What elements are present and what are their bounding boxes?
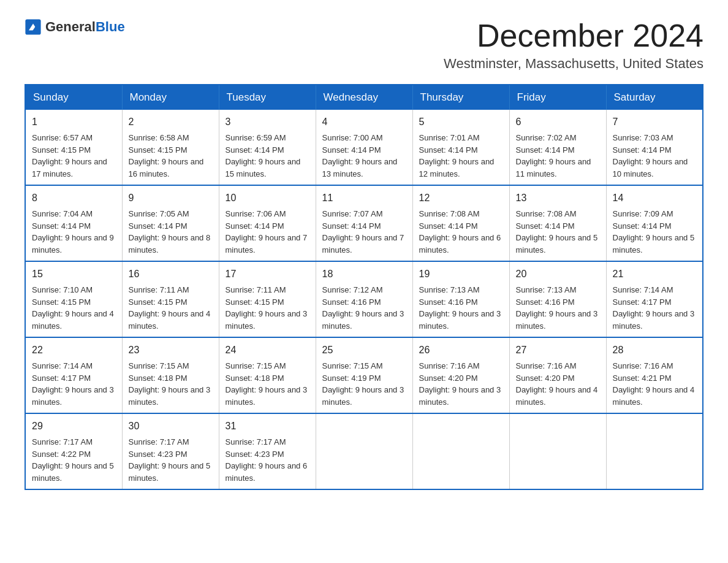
day-cell: 3Sunrise: 6:59 AMSunset: 4:14 PMDaylight… xyxy=(219,110,316,185)
calendar-body: 1Sunrise: 6:57 AMSunset: 4:15 PMDaylight… xyxy=(25,110,703,489)
day-cell: 6Sunrise: 7:02 AMSunset: 4:14 PMDaylight… xyxy=(509,110,606,185)
day-cell: 26Sunrise: 7:16 AMSunset: 4:20 PMDayligh… xyxy=(412,337,509,413)
day-cell: 8Sunrise: 7:04 AMSunset: 4:14 PMDaylight… xyxy=(25,185,122,261)
day-number: 9 xyxy=(129,191,213,205)
day-info: Sunrise: 7:04 AMSunset: 4:14 PMDaylight:… xyxy=(32,209,114,255)
day-cell: 10Sunrise: 7:06 AMSunset: 4:14 PMDayligh… xyxy=(219,185,316,261)
day-info: Sunrise: 6:58 AMSunset: 4:15 PMDaylight:… xyxy=(129,133,204,178)
day-info: Sunrise: 7:11 AMSunset: 4:15 PMDaylight:… xyxy=(129,285,211,331)
day-number: 27 xyxy=(516,343,600,358)
day-info: Sunrise: 7:14 AMSunset: 4:17 PMDaylight:… xyxy=(613,285,695,331)
day-header-friday: Friday xyxy=(509,85,606,110)
day-cell: 29Sunrise: 7:17 AMSunset: 4:22 PMDayligh… xyxy=(25,413,122,489)
day-cell xyxy=(412,413,509,489)
day-number: 5 xyxy=(419,115,503,129)
month-title: December 2024 xyxy=(444,18,703,53)
calendar-table: SundayMondayTuesdayWednesdayThursdayFrid… xyxy=(25,84,703,490)
day-cell: 22Sunrise: 7:14 AMSunset: 4:17 PMDayligh… xyxy=(25,337,122,413)
day-header-tuesday: Tuesday xyxy=(219,85,316,110)
title-block: December 2024 Westminster, Massachusetts… xyxy=(444,18,703,72)
week-row-4: 22Sunrise: 7:14 AMSunset: 4:17 PMDayligh… xyxy=(25,337,703,413)
day-info: Sunrise: 7:10 AMSunset: 4:15 PMDaylight:… xyxy=(32,285,114,331)
week-row-3: 15Sunrise: 7:10 AMSunset: 4:15 PMDayligh… xyxy=(25,261,703,337)
day-cell: 30Sunrise: 7:17 AMSunset: 4:23 PMDayligh… xyxy=(122,413,219,489)
day-number: 22 xyxy=(32,343,116,358)
day-header-sunday: Sunday xyxy=(25,85,122,110)
day-info: Sunrise: 7:15 AMSunset: 4:19 PMDaylight:… xyxy=(322,361,404,407)
day-number: 3 xyxy=(226,115,309,129)
day-number: 7 xyxy=(613,115,697,129)
day-number: 14 xyxy=(613,191,697,205)
day-number: 16 xyxy=(129,267,213,282)
day-number: 23 xyxy=(129,343,213,358)
day-cell: 19Sunrise: 7:13 AMSunset: 4:16 PMDayligh… xyxy=(412,261,509,337)
day-cell: 12Sunrise: 7:08 AMSunset: 4:14 PMDayligh… xyxy=(412,185,509,261)
day-number: 29 xyxy=(32,419,116,434)
day-cell: 18Sunrise: 7:12 AMSunset: 4:16 PMDayligh… xyxy=(316,261,412,337)
day-cell: 11Sunrise: 7:07 AMSunset: 4:14 PMDayligh… xyxy=(316,185,412,261)
week-row-2: 8Sunrise: 7:04 AMSunset: 4:14 PMDaylight… xyxy=(25,185,703,261)
day-number: 31 xyxy=(226,419,309,434)
day-header-monday: Monday xyxy=(122,85,219,110)
day-number: 28 xyxy=(613,343,697,358)
page-header: GeneralBlue December 2024 Westminster, M… xyxy=(25,18,703,72)
day-info: Sunrise: 7:06 AMSunset: 4:14 PMDaylight:… xyxy=(226,209,308,255)
day-number: 19 xyxy=(419,267,503,282)
day-number: 24 xyxy=(226,343,309,358)
day-info: Sunrise: 7:16 AMSunset: 4:20 PMDaylight:… xyxy=(516,361,598,407)
day-info: Sunrise: 7:17 AMSunset: 4:23 PMDaylight:… xyxy=(129,437,211,483)
day-info: Sunrise: 7:11 AMSunset: 4:15 PMDaylight:… xyxy=(226,285,308,331)
day-cell xyxy=(606,413,703,489)
day-info: Sunrise: 7:14 AMSunset: 4:17 PMDaylight:… xyxy=(32,361,114,407)
calendar-header: SundayMondayTuesdayWednesdayThursdayFrid… xyxy=(25,85,703,110)
day-cell: 9Sunrise: 7:05 AMSunset: 4:14 PMDaylight… xyxy=(122,185,219,261)
logo: GeneralBlue xyxy=(25,18,125,36)
week-row-5: 29Sunrise: 7:17 AMSunset: 4:22 PMDayligh… xyxy=(25,413,703,489)
day-cell: 23Sunrise: 7:15 AMSunset: 4:18 PMDayligh… xyxy=(122,337,219,413)
day-info: Sunrise: 7:15 AMSunset: 4:18 PMDaylight:… xyxy=(129,361,211,407)
day-info: Sunrise: 7:03 AMSunset: 4:14 PMDaylight:… xyxy=(613,133,688,178)
day-cell xyxy=(316,413,412,489)
day-info: Sunrise: 7:07 AMSunset: 4:14 PMDaylight:… xyxy=(322,209,404,255)
day-info: Sunrise: 7:02 AMSunset: 4:14 PMDaylight:… xyxy=(516,133,591,178)
day-info: Sunrise: 7:17 AMSunset: 4:23 PMDaylight:… xyxy=(226,437,308,483)
day-number: 10 xyxy=(226,191,309,205)
day-cell xyxy=(509,413,606,489)
day-cell: 5Sunrise: 7:01 AMSunset: 4:14 PMDaylight… xyxy=(412,110,509,185)
day-header-thursday: Thursday xyxy=(412,85,509,110)
day-header-saturday: Saturday xyxy=(606,85,703,110)
day-info: Sunrise: 7:01 AMSunset: 4:14 PMDaylight:… xyxy=(419,133,495,178)
day-cell: 14Sunrise: 7:09 AMSunset: 4:14 PMDayligh… xyxy=(606,185,703,261)
day-cell: 20Sunrise: 7:13 AMSunset: 4:16 PMDayligh… xyxy=(509,261,606,337)
logo-general: General xyxy=(45,19,96,34)
day-info: Sunrise: 7:08 AMSunset: 4:14 PMDaylight:… xyxy=(419,209,501,255)
day-info: Sunrise: 7:17 AMSunset: 4:22 PMDaylight:… xyxy=(32,437,114,483)
day-info: Sunrise: 7:15 AMSunset: 4:18 PMDaylight:… xyxy=(226,361,308,407)
day-number: 20 xyxy=(516,267,600,282)
day-info: Sunrise: 7:09 AMSunset: 4:14 PMDaylight:… xyxy=(613,209,695,255)
week-row-1: 1Sunrise: 6:57 AMSunset: 4:15 PMDaylight… xyxy=(25,110,703,185)
logo-icon xyxy=(25,18,42,36)
day-info: Sunrise: 7:13 AMSunset: 4:16 PMDaylight:… xyxy=(516,285,598,331)
logo-blue: Blue xyxy=(96,19,125,34)
day-number: 25 xyxy=(322,343,406,358)
day-info: Sunrise: 7:13 AMSunset: 4:16 PMDaylight:… xyxy=(419,285,501,331)
day-number: 13 xyxy=(516,191,600,205)
day-info: Sunrise: 6:59 AMSunset: 4:14 PMDaylight:… xyxy=(226,133,301,178)
day-cell: 27Sunrise: 7:16 AMSunset: 4:20 PMDayligh… xyxy=(509,337,606,413)
day-cell: 7Sunrise: 7:03 AMSunset: 4:14 PMDaylight… xyxy=(606,110,703,185)
day-header-wednesday: Wednesday xyxy=(316,85,412,110)
day-number: 15 xyxy=(32,267,116,282)
day-number: 11 xyxy=(322,191,406,205)
day-cell: 28Sunrise: 7:16 AMSunset: 4:21 PMDayligh… xyxy=(606,337,703,413)
day-info: Sunrise: 6:57 AMSunset: 4:15 PMDaylight:… xyxy=(32,133,107,178)
day-info: Sunrise: 7:12 AMSunset: 4:16 PMDaylight:… xyxy=(322,285,404,331)
day-number: 2 xyxy=(129,115,213,129)
header-row: SundayMondayTuesdayWednesdayThursdayFrid… xyxy=(25,85,703,110)
location-title: Westminster, Massachusetts, United State… xyxy=(444,56,703,72)
logo-text: GeneralBlue xyxy=(45,19,125,35)
day-number: 30 xyxy=(129,419,213,434)
day-number: 17 xyxy=(226,267,309,282)
day-cell: 21Sunrise: 7:14 AMSunset: 4:17 PMDayligh… xyxy=(606,261,703,337)
day-info: Sunrise: 7:05 AMSunset: 4:14 PMDaylight:… xyxy=(129,209,211,255)
